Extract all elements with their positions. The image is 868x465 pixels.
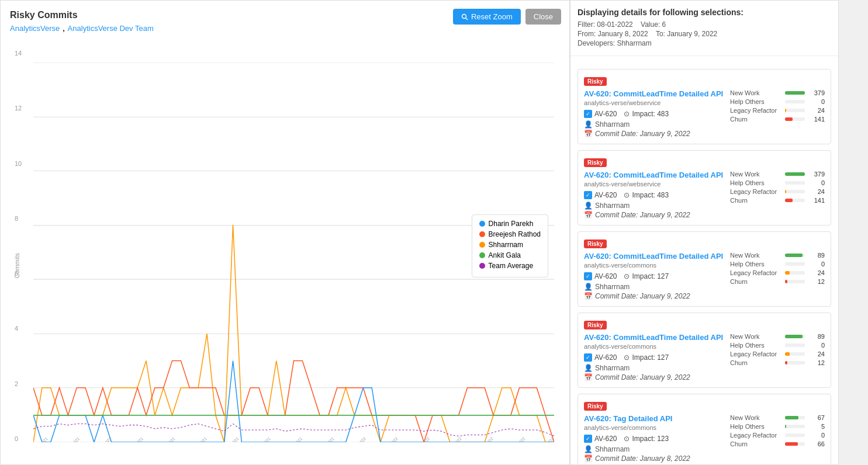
svg-text:24-11-2021: 24-11-2021 (95, 436, 113, 442)
ticket-icon-5 (584, 435, 592, 443)
ticket-2: AV-620 (584, 191, 617, 199)
impact-label-1: Impact: 483 (632, 110, 669, 118)
reset-zoom-button[interactable]: Reset Zoom (453, 9, 521, 25)
stat-churn-3: Churn 12 (730, 278, 825, 285)
commit-repo-2: analytics-verse/webservice (584, 181, 725, 188)
subtitle-link2[interactable]: AnalyticsVerse Dev Team (68, 24, 154, 33)
commit-card-1: Risky AV-620: CommitLeadTime Detailed AP… (577, 69, 831, 144)
details-title: Displaying details for following selecti… (577, 8, 831, 17)
y-axis: 0 2 4 6 8 10 12 14 Commits (15, 57, 32, 442)
risky-badge-3: Risky (584, 240, 607, 248)
toolbar: Reset Zoom Close (453, 9, 561, 25)
svg-text:26-11-2021: 26-11-2021 (126, 436, 144, 442)
impact-label-4: Impact: 127 (632, 353, 669, 362)
ticket-label-2: AV-620 (594, 191, 617, 199)
close-button[interactable]: Close (525, 9, 561, 25)
impact-icon-1: ⊙ (624, 110, 630, 118)
stat-churn-2: Churn 141 (730, 197, 825, 204)
commit-title-link-5[interactable]: AV-620: Tag Detailed API (584, 414, 725, 423)
chart-panel: Risky Commits AnalyticsVerse , Analytics… (0, 0, 570, 465)
zoom-icon (461, 13, 468, 20)
stat-churn-5: Churn 66 (730, 440, 825, 447)
risky-badge-2: Risky (584, 158, 607, 167)
commit-date-4: 📅 Commit Date: January 9, 2022 (584, 373, 725, 381)
commit-repo-1: analytics-verse/webservice (584, 99, 725, 106)
person-icon-5: 👤 (584, 445, 593, 453)
y-axis-title: Commits (13, 253, 20, 278)
ticket-4: AV-620 (584, 353, 617, 362)
commits-list: Risky AV-620: CommitLeadTime Detailed AP… (570, 56, 838, 465)
commit-repo-3: analytics-verse/commons (584, 262, 725, 269)
legend-item-teamavg: Team Average (479, 262, 541, 270)
legend-item-shharrnam: Shharrnam (479, 241, 541, 249)
subtitle-link1[interactable]: AnalyticsVerse (10, 24, 60, 33)
details-developers-row: Developers: Shharrnam (577, 39, 831, 47)
svg-text:10-12-2021: 10-12-2021 (190, 436, 208, 442)
risky-badge-4: Risky (584, 321, 607, 329)
ticket-5: AV-620 (584, 435, 617, 443)
commit-author-2: 👤 Shharrnam (584, 202, 725, 210)
card-content-2: Risky AV-620: CommitLeadTime Detailed AP… (584, 157, 825, 219)
legend-label-shharrnam: Shharrnam (489, 241, 523, 249)
svg-text:06-12-2021: 06-12-2021 (158, 436, 177, 442)
calendar-icon-5: 📅 (584, 454, 593, 463)
commit-author-1: 👤 Shharrnam (584, 120, 725, 129)
legend-item-breejesh: Breejesh Rathod (479, 230, 541, 238)
details-filter-row: Filter: 08-01-2022 Value: 6 (577, 20, 831, 29)
card-stats-2: New Work 379 Help Others 0 Legacy Refact… (725, 157, 825, 219)
commit-card-4: Risky AV-620: CommitLeadTime Detailed AP… (577, 313, 831, 388)
commit-title-link-3[interactable]: AV-620: CommitLeadTime Detailed API (584, 252, 725, 261)
commit-title-link-1[interactable]: AV-620: CommitLeadTime Detailed API (584, 89, 725, 98)
impact-icon-4: ⊙ (624, 353, 630, 362)
impact-label-5: Impact: 123 (632, 435, 669, 443)
legend-color-dharin (479, 221, 485, 227)
svg-text:22-12-2021: 22-12-2021 (254, 436, 272, 442)
card-content-4: Risky AV-620: CommitLeadTime Detailed AP… (584, 319, 825, 381)
legend-label-dharin: Dharin Parekh (489, 220, 534, 228)
ticket-3: AV-620 (584, 272, 617, 280)
svg-text:22-11-2021: 22-11-2021 (63, 436, 81, 442)
commit-meta-3: AV-620 ⊙ Impact: 127 (584, 272, 725, 280)
stat-legacy-refactor-3: Legacy Refactor 24 (730, 269, 825, 276)
commit-card-2: Risky AV-620: CommitLeadTime Detailed AP… (577, 150, 831, 225)
stat-legacy-refactor-5: Legacy Refactor 0 (730, 432, 825, 439)
ticket-icon-3 (584, 272, 592, 280)
svg-line-1 (466, 18, 468, 20)
stat-legacy-refactor-1: Legacy Refactor 24 (730, 107, 825, 114)
card-left-3: Risky AV-620: CommitLeadTime Detailed AP… (584, 238, 725, 300)
commit-date-5: 📅 Commit Date: January 8, 2022 (584, 454, 725, 463)
person-icon-3: 👤 (584, 283, 593, 291)
card-stats-5: New Work 67 Help Others 5 Legacy Refacto… (725, 400, 825, 463)
commit-repo-5: analytics-verse/commons (584, 424, 725, 431)
legend-color-teamavg (479, 263, 485, 269)
commit-title-link-2[interactable]: AV-620: CommitLeadTime Detailed API (584, 171, 725, 179)
legend-label-teamavg: Team Average (489, 262, 534, 270)
impact-icon-5: ⊙ (624, 435, 630, 443)
impact-1: ⊙ Impact: 483 (624, 110, 669, 118)
commit-author-3: 👤 Shharrnam (584, 283, 725, 291)
commit-title-link-4[interactable]: AV-620: CommitLeadTime Detailed API (584, 333, 725, 342)
calendar-icon-3: 📅 (584, 292, 593, 300)
card-stats-4: New Work 89 Help Others 0 Legacy Refacto… (725, 319, 825, 381)
commit-meta-4: AV-620 ⊙ Impact: 127 (584, 353, 725, 362)
svg-text:26-12-2021: 26-12-2021 (285, 436, 303, 442)
impact-label-2: Impact: 483 (632, 191, 669, 199)
impact-label-3: Impact: 127 (632, 272, 669, 280)
impact-3: ⊙ Impact: 127 (624, 272, 669, 280)
ticket-label-1: AV-620 (594, 110, 617, 118)
svg-text:16-08-2022: 16-08-2022 (537, 436, 554, 442)
impact-5: ⊙ Impact: 123 (624, 435, 669, 443)
stat-new-work-2: New Work 379 (730, 171, 825, 178)
calendar-icon-1: 📅 (584, 130, 593, 138)
stat-new-work-3: New Work 89 (730, 252, 825, 259)
chart-area: 0 2 4 6 8 10 12 14 Commits (10, 63, 560, 460)
commit-card-3: Risky AV-620: CommitLeadTime Detailed AP… (577, 231, 831, 307)
card-left-4: Risky AV-620: CommitLeadTime Detailed AP… (584, 319, 725, 381)
card-content-5: Risky AV-620: Tag Detailed API analytics… (584, 400, 825, 463)
stat-legacy-refactor-4: Legacy Refactor 24 (730, 351, 825, 358)
stat-help-others-2: Help Others 0 (730, 179, 825, 186)
ticket-label-3: AV-620 (594, 272, 617, 280)
details-panel: Displaying details for following selecti… (570, 0, 839, 465)
legend-item-ankit: Ankit Gala (479, 251, 541, 259)
chart-legend: Dharin Parekh Breejesh Rathod Shharrnam … (472, 214, 548, 277)
